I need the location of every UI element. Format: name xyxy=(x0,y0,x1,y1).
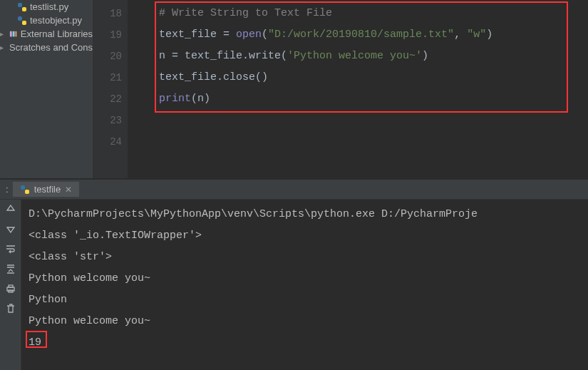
console-line: D:\PycharmProjects\MyPythonApp\venv\Scri… xyxy=(29,204,581,225)
svg-rect-4 xyxy=(9,31,11,37)
line-number: 18 xyxy=(93,3,122,24)
tree-label: External Libraries xyxy=(21,29,93,39)
line-number: 24 xyxy=(93,131,122,153)
line-number: 19 xyxy=(93,24,122,46)
close-icon[interactable]: ✕ xyxy=(65,185,72,195)
tree-label: testlist.py xyxy=(30,1,68,12)
tree-item-scratches[interactable]: ▸ Scratches and Consoles xyxy=(0,41,93,54)
code-line[interactable]: text_file = open("D:/work/20190810/sampl… xyxy=(133,24,582,46)
run-body: D:\PycharmProjects\MyPythonApp\venv\Scri… xyxy=(0,200,588,370)
code-editor[interactable]: # Write String to Text File text_file = … xyxy=(128,0,588,178)
run-tab-bar: : testfile ✕ xyxy=(0,180,588,200)
svg-rect-0 xyxy=(18,3,22,7)
libraries-icon xyxy=(9,29,18,39)
line-number: 20 xyxy=(93,46,122,67)
tree-item-file[interactable]: testobject.py xyxy=(0,14,93,27)
workspace: testlist.py testobject.py ▸ External Lib… xyxy=(0,0,588,178)
console-line: Python xyxy=(29,289,581,311)
tree-label: Scratches and Consoles xyxy=(9,42,93,53)
tab-label: testfile xyxy=(34,184,61,195)
code-line[interactable]: # Write String to Text File xyxy=(133,3,582,24)
python-file-icon xyxy=(20,185,30,195)
svg-rect-8 xyxy=(21,185,25,190)
svg-rect-9 xyxy=(25,190,29,194)
up-arrow-icon[interactable] xyxy=(4,202,17,215)
python-file-icon xyxy=(17,16,27,26)
line-number: 21 xyxy=(93,67,122,88)
svg-rect-2 xyxy=(18,16,22,21)
down-arrow-icon[interactable] xyxy=(4,222,17,235)
run-toolbar xyxy=(0,200,21,370)
scroll-to-end-icon[interactable] xyxy=(4,262,17,275)
python-file-icon xyxy=(17,2,27,12)
code-line[interactable]: text_file.close() xyxy=(133,67,582,88)
line-gutter: 18 19 20 21 22 23 24 xyxy=(93,0,128,178)
line-number: 23 xyxy=(93,110,122,131)
svg-rect-3 xyxy=(22,21,26,25)
run-label: : xyxy=(6,184,13,195)
soft-wrap-icon[interactable] xyxy=(4,242,17,255)
console-line: Python welcome you~ xyxy=(29,268,581,289)
svg-rect-5 xyxy=(12,31,14,37)
console-line: Python welcome you~ xyxy=(29,311,581,332)
console-line: <class '_io.TextIOWrapper'> xyxy=(29,225,581,247)
trash-icon[interactable] xyxy=(4,302,17,315)
svg-rect-6 xyxy=(15,31,16,37)
run-tab[interactable]: testfile ✕ xyxy=(13,182,80,197)
expand-arrow-icon[interactable]: ▸ xyxy=(0,43,4,51)
console-line: 19 xyxy=(29,332,581,354)
code-line[interactable]: print(n) xyxy=(133,88,582,110)
code-line[interactable] xyxy=(133,110,582,131)
svg-rect-11 xyxy=(9,285,13,287)
project-sidebar[interactable]: testlist.py testobject.py ▸ External Lib… xyxy=(0,0,93,178)
editor-area: 18 19 20 21 22 23 24 # Write String to T… xyxy=(93,0,588,178)
line-number: 22 xyxy=(93,88,122,110)
tree-item-file[interactable]: testlist.py xyxy=(0,0,93,14)
svg-rect-1 xyxy=(22,7,26,11)
expand-arrow-icon[interactable]: ▸ xyxy=(0,30,6,38)
tree-item-libraries[interactable]: ▸ External Libraries xyxy=(0,27,93,41)
print-icon[interactable] xyxy=(4,282,17,295)
console-output[interactable]: D:\PycharmProjects\MyPythonApp\venv\Scri… xyxy=(21,200,588,370)
tree-label: testobject.py xyxy=(30,15,82,26)
code-line[interactable] xyxy=(133,131,582,153)
code-line[interactable]: n = text_file.write('Python welcome you~… xyxy=(133,46,582,67)
run-panel: : testfile ✕ xyxy=(0,180,588,370)
console-line: <class 'str'> xyxy=(29,247,581,268)
